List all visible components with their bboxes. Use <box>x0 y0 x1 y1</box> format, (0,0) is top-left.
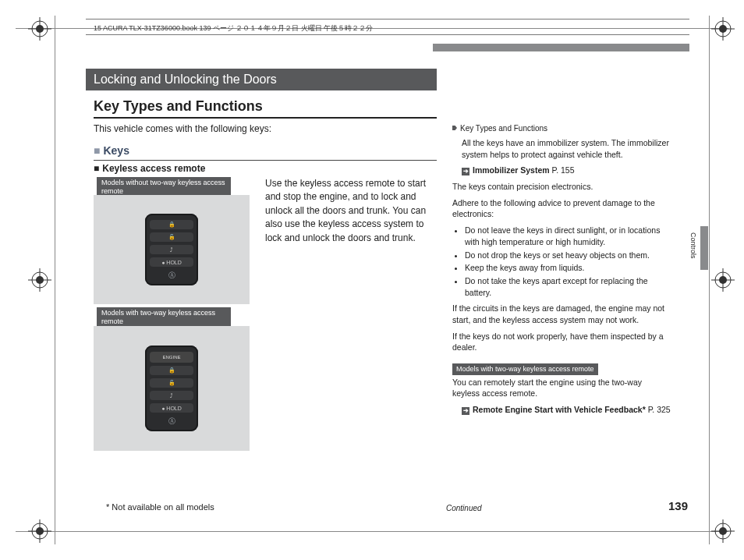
link-arrow-icon: ➔ <box>462 407 469 415</box>
section-heading: Key Types and Functions <box>94 98 263 115</box>
section-rule <box>94 117 437 119</box>
crop-line-bottom <box>16 531 728 532</box>
side-ref-remote-start: ➔Remote Engine Start with Vehicle Feedba… <box>462 404 671 416</box>
fob-hold-icon: ● HOLD <box>150 257 193 267</box>
side-bullet: Do not leave the keys in direct sunlight… <box>465 225 671 247</box>
continued-label: Continued <box>446 504 482 512</box>
registration-mark-icon <box>711 17 735 41</box>
registration-mark-icon <box>711 519 735 543</box>
side-ref2-label: Remote Engine Start with Vehicle Feedbac… <box>473 405 646 414</box>
side-bullet: Do not drop the keys or set heavy object… <box>465 250 671 261</box>
side-ref-immobilizer: ➔Immobilizer System P. 155 <box>462 165 671 176</box>
header-rule <box>86 19 689 19</box>
side-ref2-page: P. 325 <box>648 405 671 414</box>
registration-mark-icon <box>711 268 735 292</box>
key-fob-illustration-basic: 🔒 🔓 ⤴ ● HOLD Ⓐ <box>94 195 250 304</box>
side-p4: If the keys do not work properly, have t… <box>452 331 671 353</box>
side-column: Key Types and Functions All the keys hav… <box>452 123 671 420</box>
crop-line-left <box>55 16 55 544</box>
chapter-title: Locking and Unlocking the Doors <box>86 69 437 90</box>
fob-lock-icon: 🔒 <box>150 366 193 375</box>
side-model-label-twoway: Models with two-way keyless access remot… <box>452 363 598 375</box>
fob-engine-icon: ENGINE <box>150 352 193 363</box>
subheading-keys: ■Keys <box>94 144 129 157</box>
side-p3: If the circuits in the keys are damaged,… <box>452 303 671 325</box>
key-fob-illustration-twoway: ENGINE 🔒 🔓 ⤴ ● HOLD Ⓐ <box>94 326 250 451</box>
main-body-text: Use the keyless access remote to start a… <box>265 177 435 245</box>
fob-unlock-icon: 🔓 <box>150 378 193 388</box>
subsubheading-label: Keyless access remote <box>102 163 205 174</box>
header-rule <box>86 34 689 35</box>
link-arrow-icon: ➔ <box>462 168 469 175</box>
header-meta: 15 ACURA TLX-31TZ36000.book 139 ページ ２０１４… <box>94 23 373 34</box>
fob-unlock-icon: 🔓 <box>150 232 193 242</box>
side-p5: You can remotely start the engine using … <box>452 377 671 399</box>
intro-text: This vehicle comes with the following ke… <box>94 123 271 134</box>
thumb-tab-label: Controls <box>689 232 697 259</box>
subheading-rule <box>94 160 437 161</box>
footnote: * Not available on all models <box>106 502 214 512</box>
fob-trunk-icon: ⤴ <box>150 245 193 254</box>
fob-trunk-icon: ⤴ <box>150 391 193 400</box>
model-label-with-twoway: Models with two-way keyless access remot… <box>97 307 231 328</box>
crop-line-right <box>709 16 710 544</box>
side-bullet: Do not take the keys apart except for re… <box>465 275 671 298</box>
subheading-keys-label: Keys <box>103 144 129 157</box>
side-bullet-list: Do not leave the keys in direct sunlight… <box>452 225 671 298</box>
registration-mark-icon <box>28 17 51 41</box>
fob-hold-icon: ● HOLD <box>150 403 193 413</box>
side-heading: Key Types and Functions <box>452 123 671 134</box>
side-ref1-page: P. 155 <box>552 165 575 175</box>
side-ref1-label: Immobilizer System <box>473 165 550 175</box>
side-p2a: The keys contain precision electronics. <box>452 181 671 193</box>
key-fob-icon: 🔒 🔓 ⤴ ● HOLD Ⓐ <box>145 214 198 285</box>
fob-lock-icon: 🔒 <box>150 220 193 229</box>
side-p1: All the keys have an immobilizer system.… <box>462 137 671 160</box>
fob-logo-icon: Ⓐ <box>150 271 193 279</box>
header-accent-bar <box>433 44 689 51</box>
side-bullet: Keep the keys away from liquids. <box>465 262 671 274</box>
thumb-tab <box>700 226 708 270</box>
key-fob-icon: ENGINE 🔒 🔓 ⤴ ● HOLD Ⓐ <box>145 346 198 431</box>
page-number: 139 <box>668 499 688 512</box>
registration-mark-icon <box>28 519 51 543</box>
fob-logo-icon: Ⓐ <box>150 417 193 425</box>
registration-mark-icon <box>28 268 51 292</box>
side-p2b: Adhere to the following advice to preven… <box>452 197 671 220</box>
subsubheading-keyless-remote: ■Keyless access remote <box>94 163 205 174</box>
